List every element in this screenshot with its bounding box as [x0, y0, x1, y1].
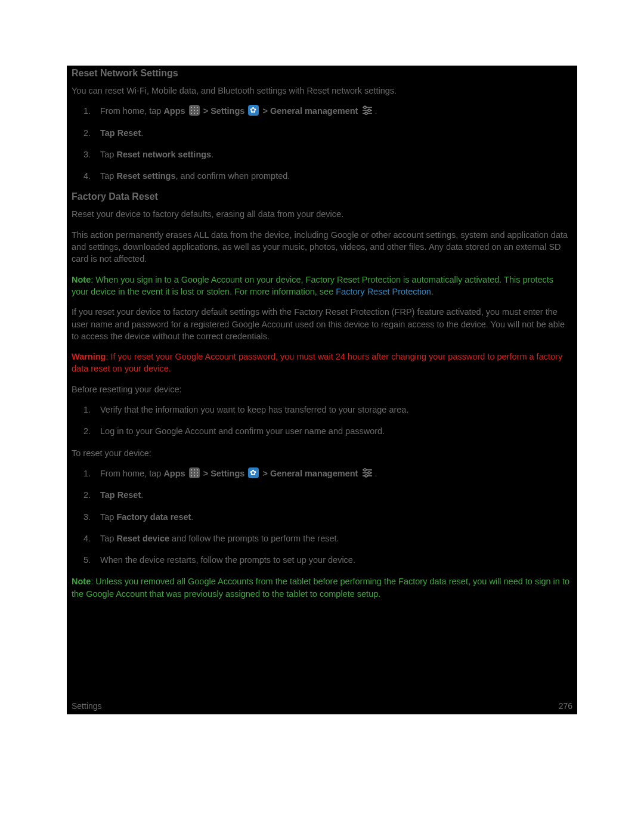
note-frp: Note: When you sign in to a Google Accou… [67, 274, 577, 298]
document-page: Reset Network Settings You can reset Wi-… [67, 66, 577, 714]
svg-point-9 [364, 469, 366, 471]
reset-step-3: 3. Tap Factory data reset. [100, 511, 572, 523]
footer-page-number: 276 [559, 701, 572, 711]
intro-reset-network: You can reset Wi-Fi, Mobile data, and Bl… [67, 85, 577, 97]
svg-point-5 [365, 112, 367, 114]
prestep-2: 2.Log in to your Google Account and conf… [100, 425, 572, 437]
p-before-reset: Before resetting your device: [67, 383, 577, 395]
steps-to-reset: 1. From home, tap Apps > Settings > Gene… [67, 467, 577, 566]
reset-step-5: 5. When the device restarts, follow the … [100, 554, 572, 566]
p-frp-explain: If you reset your device to factory defa… [67, 306, 577, 342]
step-3: 3. Tap Reset network settings. [100, 148, 572, 160]
heading-reset-network: Reset Network Settings [67, 68, 577, 79]
reset-step-2: 2. Tap Reset. [100, 489, 572, 501]
heading-factory-reset: Factory Data Reset [67, 191, 577, 202]
sliders-icon [361, 105, 373, 116]
step-1: 1. From home, tap Apps > Settings > Gene… [100, 105, 572, 117]
step-4: 4. Tap Reset settings, and confirm when … [100, 170, 572, 182]
apps-icon [189, 105, 200, 116]
page-footer: Settings 276 [72, 701, 572, 711]
p-factory-detail: This action permanently erases ALL data … [67, 229, 577, 265]
note-google-account: Note: Unless you removed all Google Acco… [67, 575, 577, 600]
link-frp[interactable]: Factory Reset Protection [336, 287, 431, 296]
reset-step-4: 4. Tap Reset device and follow the promp… [100, 532, 572, 544]
svg-point-10 [368, 472, 370, 474]
step-2: 2. Tap Reset. [100, 127, 572, 139]
footer-section: Settings [72, 701, 102, 711]
steps-reset-network: 1. From home, tap Apps > Settings > Gene… [67, 105, 577, 182]
gear-icon [248, 105, 259, 116]
svg-point-11 [365, 475, 367, 477]
warning-password: Warning: If you reset your Google Accoun… [67, 351, 577, 375]
svg-point-3 [364, 106, 366, 109]
p-to-reset: To reset your device: [67, 447, 577, 459]
p-factory-intro: Reset your device to factory defaults, e… [67, 208, 577, 220]
sliders-icon [361, 467, 373, 478]
steps-before-reset: 1.Verify that the information you want t… [67, 404, 577, 438]
prestep-1: 1.Verify that the information you want t… [100, 404, 572, 416]
apps-icon [189, 467, 200, 478]
gear-icon [248, 467, 259, 478]
svg-point-4 [368, 109, 370, 112]
reset-step-1: 1. From home, tap Apps > Settings > Gene… [100, 467, 572, 479]
